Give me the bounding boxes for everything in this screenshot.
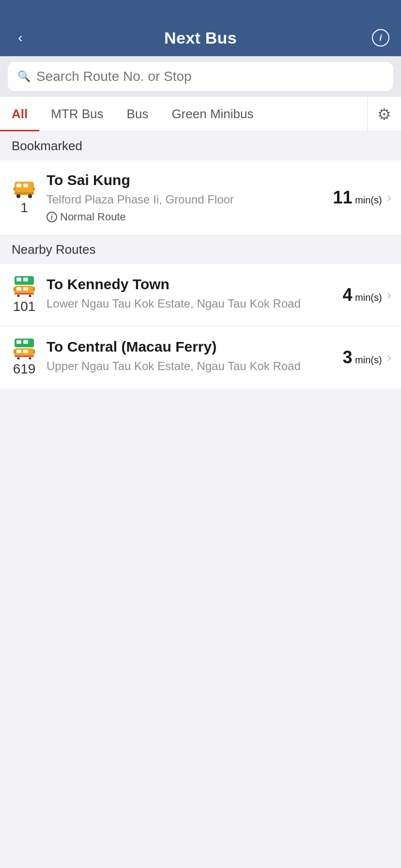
page-title: Next Bus xyxy=(164,29,237,47)
nearby-section-header: Nearby Routes xyxy=(0,235,401,264)
route-time-display-1: 11 min(s) xyxy=(333,187,382,208)
route-time-wrap-619: 3 min(s) › xyxy=(343,347,391,368)
search-icon: 🔍 xyxy=(17,70,31,83)
svg-rect-25 xyxy=(14,350,15,354)
svg-point-4 xyxy=(16,194,20,198)
route-stop-1: Telford Plaza Phase Ii, Ground Floor xyxy=(46,191,325,208)
route-destination-1: To Sai Kung xyxy=(46,172,325,188)
svg-rect-13 xyxy=(23,287,28,291)
search-input[interactable] xyxy=(36,69,384,84)
svg-rect-15 xyxy=(33,287,35,291)
svg-rect-24 xyxy=(23,350,28,353)
tab-green-minibus[interactable]: Green Minibus xyxy=(160,97,265,131)
info-button[interactable]: i xyxy=(370,27,391,48)
route-stop-101: Lower Ngau Tau Kok Estate, Ngau Tau Kok … xyxy=(46,295,335,312)
tab-mtr-bus[interactable]: MTR Bus xyxy=(39,97,115,131)
svg-point-28 xyxy=(17,357,20,359)
route-time-619: 3 xyxy=(343,347,353,367)
route-time-101: 4 xyxy=(343,285,353,305)
route-details-1: To Sai Kung Telford Plaza Phase Ii, Grou… xyxy=(46,172,325,223)
svg-rect-14 xyxy=(14,287,15,291)
svg-rect-11 xyxy=(23,278,28,281)
route-time-display-101: 4 min(s) xyxy=(343,285,382,305)
svg-point-17 xyxy=(17,294,20,297)
bus-icon-wrap-619: 619 xyxy=(10,338,39,377)
route-time-wrap-101: 4 min(s) › xyxy=(343,285,391,305)
route-item-1[interactable]: 1 To Sai Kung Telford Plaza Phase Ii, Gr… xyxy=(0,160,401,235)
svg-rect-16 xyxy=(15,293,34,294)
route-tag-icon-1: i xyxy=(46,212,57,222)
settings-button[interactable]: ⚙ xyxy=(367,97,401,131)
route-item-619[interactable]: 619 To Central (Macau Ferry) Upper Ngau … xyxy=(0,326,401,388)
route-destination-101: To Kennedy Town xyxy=(46,276,335,293)
status-bar xyxy=(0,0,401,21)
svg-rect-1 xyxy=(16,184,21,187)
svg-point-18 xyxy=(29,294,31,297)
tab-bus[interactable]: Bus xyxy=(115,97,160,131)
search-container: 🔍 xyxy=(0,56,401,97)
route-tag-1: i Normal Route xyxy=(46,211,325,223)
bus-icon-wrap-1: 1 xyxy=(10,180,39,216)
gear-icon: ⚙ xyxy=(377,105,391,124)
route-details-619: To Central (Macau Ferry) Upper Ngau Tau … xyxy=(46,339,335,376)
svg-rect-12 xyxy=(16,287,21,291)
route-number-1: 1 xyxy=(20,200,28,216)
route-time-unit-619: min(s) xyxy=(353,355,382,365)
svg-point-29 xyxy=(29,357,31,359)
route-time-1: 11 xyxy=(333,187,353,207)
tab-all[interactable]: Bookmarked All xyxy=(0,97,39,131)
route-chevron-101: › xyxy=(387,287,391,303)
double-decker-bus-icon-619 xyxy=(14,338,35,359)
route-details-101: To Kennedy Town Lower Ngau Tau Kok Estat… xyxy=(46,276,335,314)
route-stop-619: Upper Ngau Tau Kok Estate, Ngau Tau Kok … xyxy=(46,358,335,374)
double-decker-bus-icon-101 xyxy=(14,276,35,297)
search-bar[interactable]: 🔍 xyxy=(8,62,393,91)
bookmarked-section-header: Bookmarked xyxy=(0,132,401,160)
svg-rect-27 xyxy=(15,356,34,357)
route-destination-619: To Central (Macau Ferry) xyxy=(46,339,335,355)
route-chevron-619: › xyxy=(387,350,391,365)
header: ‹ Next Bus i xyxy=(0,21,401,56)
tabs-bar: Bookmarked All MTR Bus Bus Green Minibus… xyxy=(0,97,401,132)
svg-rect-23 xyxy=(16,350,21,353)
svg-rect-21 xyxy=(16,340,21,344)
svg-rect-7 xyxy=(33,187,35,190)
svg-point-5 xyxy=(28,194,32,198)
route-number-619: 619 xyxy=(13,361,36,377)
route-time-display-619: 3 min(s) xyxy=(343,347,382,368)
route-number-101: 101 xyxy=(13,299,36,314)
route-tag-label-1: Normal Route xyxy=(60,211,126,223)
back-icon: ‹ xyxy=(18,31,22,45)
empty-space xyxy=(0,388,401,679)
info-icon: i xyxy=(372,29,389,46)
svg-rect-6 xyxy=(14,187,15,190)
svg-rect-3 xyxy=(15,192,34,194)
route-time-unit-101: min(s) xyxy=(353,292,382,303)
svg-rect-26 xyxy=(33,350,35,354)
tabs-list: Bookmarked All MTR Bus Bus Green Minibus xyxy=(0,97,367,131)
route-time-wrap-1: 11 min(s) › xyxy=(333,187,391,208)
route-time-unit-1: min(s) xyxy=(353,195,382,205)
svg-rect-2 xyxy=(23,184,28,187)
mtr-bus-icon xyxy=(14,180,35,198)
bus-icon-wrap-101: 101 xyxy=(10,276,39,314)
svg-rect-22 xyxy=(23,340,28,344)
svg-rect-10 xyxy=(16,278,21,281)
back-button[interactable]: ‹ xyxy=(10,27,31,48)
route-item-101[interactable]: 101 To Kennedy Town Lower Ngau Tau Kok E… xyxy=(0,264,401,326)
route-chevron-1: › xyxy=(387,190,391,205)
